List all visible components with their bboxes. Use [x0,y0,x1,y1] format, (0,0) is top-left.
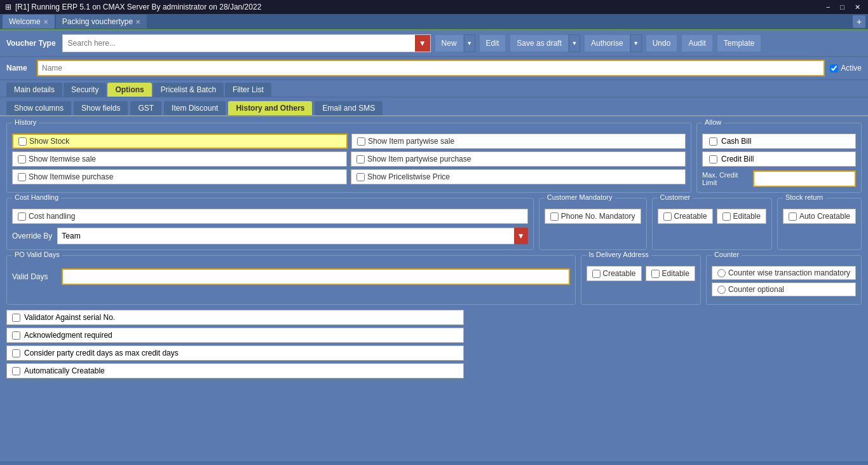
cost-handling-checkbox[interactable] [18,212,26,221]
tab-bar: Welcome ✕ Packing vouchertype ✕ + [0,14,868,31]
search-input[interactable] [63,35,430,52]
valid-days-input[interactable] [62,268,570,285]
show-stock-item: Show Stock [12,134,348,149]
history-row-2: Show Itemwise sale Show Item partywise p… [12,151,686,167]
save-as-draft-button[interactable]: Save as draft [510,34,569,52]
auto-creatable-checkbox[interactable] [789,212,797,221]
valid-days-label: Valid Days [12,272,57,281]
counter-optional-radio[interactable] [717,286,726,294]
close-button[interactable]: ✕ [852,3,863,11]
show-itemwise-purchase-label: Show Itemwise purchase [29,172,113,181]
override-select[interactable]: Team [57,228,527,244]
allow-panel-title: Allow [702,118,724,126]
title-text: [R1] Running ERP 5.1 on CMAX Server By a… [15,3,261,11]
undo-button[interactable]: Undo [646,34,678,52]
search-box: ▼ [62,34,431,52]
customer-creatable-checkbox[interactable] [663,212,672,221]
show-pricelistwise-price-checkbox[interactable] [356,173,365,181]
cost-handling-label: Cost handling [29,212,75,221]
new-dropdown-button[interactable]: ▼ [464,34,475,52]
delivery-editable-checkbox[interactable] [651,270,660,278]
third-panels-row: PO Valid Days Valid Days Is Delivery Add… [6,255,862,305]
stock-return-panel: Stock return Auto Creatable [777,198,862,250]
subtab-item-discount[interactable]: Item Discount [164,101,226,115]
cash-bill-checkbox[interactable] [709,137,717,146]
save-draft-btn-group: Save as draft ▼ [510,34,580,52]
name-input[interactable] [37,60,825,76]
counter-wise-radio[interactable] [717,269,726,277]
customer-editable-label: Editable [733,212,761,221]
show-itemwise-purchase-item: Show Itemwise purchase [12,169,347,184]
show-stock-checkbox[interactable] [18,137,27,146]
active-checkbox[interactable] [830,64,838,73]
delivery-creatable-checkbox[interactable] [592,270,600,278]
audit-button[interactable]: Audit [681,34,712,52]
tab-welcome-label: Welcome [9,17,41,26]
minimize-button[interactable]: − [824,3,832,11]
new-button[interactable]: New [435,34,464,52]
auto-creatable-bottom-item: Automatically Creatable [6,363,464,378]
party-credit-label: Consider party credit days as max credit… [24,349,179,357]
save-draft-dropdown-button[interactable]: ▼ [569,34,580,52]
credit-bill-checkbox[interactable] [709,155,717,163]
history-panel-content: Show Stock Show Item partywise sale Show… [12,134,686,184]
tab-welcome-close[interactable]: ✕ [43,18,48,25]
tab-packing-vouchertype[interactable]: Packing vouchertype ✕ [56,15,147,29]
party-credit-item: Consider party credit days as max credit… [6,345,464,361]
template-button[interactable]: Template [717,34,762,52]
subtab-email-sms[interactable]: Email and SMS [315,101,383,115]
edit-button[interactable]: Edit [479,34,506,52]
history-panel: History Show Stock Show Item partywise s… [6,123,691,193]
history-row-1: Show Stock Show Item partywise sale [12,134,686,149]
authorise-btn-group: Authorise ▼ [584,34,642,52]
show-item-partywise-purchase-checkbox[interactable] [356,155,365,163]
search-dropdown-button[interactable]: ▼ [415,35,430,52]
top-panels-row: History Show Stock Show Item partywise s… [6,123,862,193]
counter-wise-item: Counter wise transaction mandatory [712,266,856,280]
tab-security[interactable]: Security [64,83,106,97]
cost-handling-panel: Cost Handling Cost handling Override By … [6,198,534,250]
customer-mandatory-content: Phone No. Mandatory [545,209,641,224]
customer-editable-item: Editable [717,209,766,224]
show-item-partywise-sale-checkbox[interactable] [357,137,365,146]
party-credit-checkbox[interactable] [12,349,20,357]
tab-welcome[interactable]: Welcome ✕ [3,15,55,29]
phone-mandatory-checkbox[interactable] [550,212,559,221]
show-item-partywise-purchase-label: Show Item partywise purchase [367,155,471,163]
delivery-editable-item: Editable [646,266,695,281]
maximize-button[interactable]: □ [837,3,847,11]
show-item-partywise-sale-label: Show Item partywise sale [368,137,454,146]
authorise-dropdown-button[interactable]: ▼ [630,34,642,52]
credit-bill-label: Credit Bill [721,155,754,163]
max-credit-limit-input[interactable] [753,170,856,187]
subtab-history-and-others[interactable]: History and Others [228,101,312,115]
validator-serial-label: Validator Against serial No. [24,313,115,322]
counter-optional-label: Counter optional [728,285,784,294]
auto-creatable-bottom-checkbox[interactable] [12,367,20,375]
customer-creatable-label: Creatable [674,212,707,221]
customer-editable-checkbox[interactable] [722,212,731,221]
cost-handling-content: Cost handling Override By Team ▼ [12,209,528,244]
tab-packing-close[interactable]: ✕ [135,18,140,25]
authorise-button[interactable]: Authorise [584,34,630,52]
validator-serial-checkbox[interactable] [12,314,20,322]
cash-bill-button[interactable]: Cash Bill [702,134,856,149]
tab-add-button[interactable]: + [853,15,865,28]
cash-bill-label: Cash Bill [721,137,751,146]
subtab-show-fields[interactable]: Show fields [74,101,128,115]
acknowledgment-checkbox[interactable] [12,331,20,340]
subtab-gst[interactable]: GST [130,101,161,115]
tab-filter-list[interactable]: Filter List [225,83,271,97]
tab-pricelist-batch[interactable]: Pricelist & Batch [153,83,224,97]
auto-creatable-label: Auto Creatable [799,212,850,221]
tab-main-details[interactable]: Main details [6,83,62,97]
stock-return-content: Auto Creatable [783,209,856,224]
subtab-show-columns[interactable]: Show columns [6,101,71,115]
counter-panel: Counter Counter wise transaction mandato… [706,255,862,305]
tab-packing-label: Packing vouchertype [62,17,133,26]
credit-bill-button[interactable]: Credit Bill [702,151,856,167]
show-itemwise-purchase-checkbox[interactable] [18,173,26,181]
tab-options[interactable]: Options [107,83,151,97]
override-label: Override By [12,232,52,240]
show-itemwise-sale-checkbox[interactable] [18,155,26,163]
